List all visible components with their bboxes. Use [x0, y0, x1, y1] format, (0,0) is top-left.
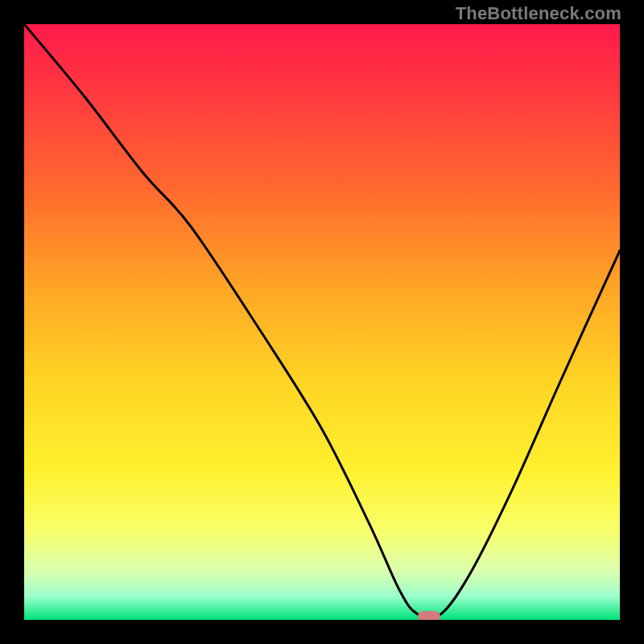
watermark-text: TheBottleneck.com [456, 3, 621, 24]
plot-area [24, 24, 620, 620]
chart-frame: TheBottleneck.com [0, 0, 644, 644]
bottleneck-curve [24, 24, 620, 620]
optimal-marker [418, 611, 440, 620]
